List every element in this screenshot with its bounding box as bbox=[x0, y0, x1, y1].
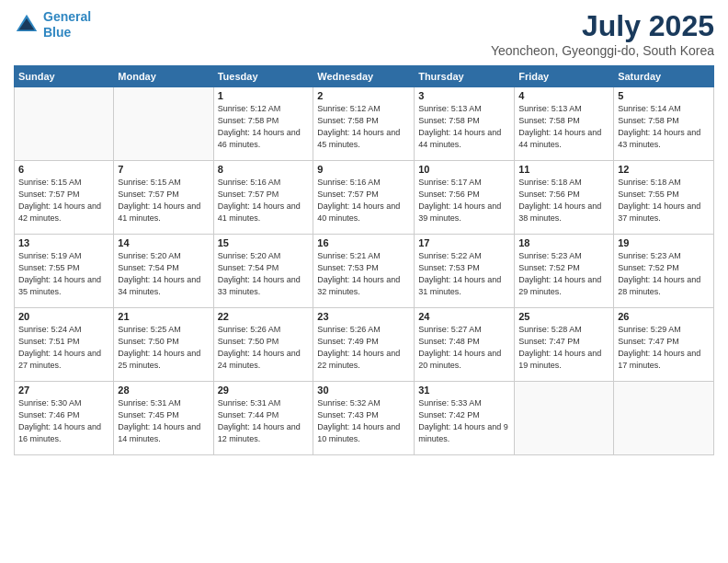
logo-text: General Blue bbox=[43, 9, 91, 40]
day-info: Sunrise: 5:15 AMSunset: 7:57 PMDaylight:… bbox=[18, 177, 109, 224]
day-number: 17 bbox=[418, 237, 510, 248]
logo: General Blue bbox=[14, 9, 91, 40]
day-number: 14 bbox=[118, 237, 209, 248]
day-info: Sunrise: 5:12 AMSunset: 7:58 PMDaylight:… bbox=[317, 103, 410, 151]
calendar-cell: 30Sunrise: 5:32 AMSunset: 7:43 PMDayligh… bbox=[313, 382, 415, 455]
day-info: Sunrise: 5:27 AMSunset: 7:48 PMDaylight:… bbox=[418, 324, 510, 372]
weekday-header: Monday bbox=[114, 66, 213, 87]
day-number: 5 bbox=[618, 90, 710, 101]
calendar: SundayMondayTuesdayWednesdayThursdayFrid… bbox=[14, 65, 714, 455]
day-number: 24 bbox=[418, 311, 510, 322]
day-info: Sunrise: 5:25 AMSunset: 7:50 PMDaylight:… bbox=[118, 324, 209, 372]
day-number: 13 bbox=[18, 237, 109, 248]
subtitle: Yeoncheon, Gyeonggi-do, South Korea bbox=[491, 43, 714, 58]
calendar-cell: 6Sunrise: 5:15 AMSunset: 7:57 PMDaylight… bbox=[15, 161, 114, 235]
day-number: 3 bbox=[418, 90, 510, 101]
calendar-cell: 15Sunrise: 5:20 AMSunset: 7:54 PMDayligh… bbox=[213, 235, 313, 308]
day-number: 6 bbox=[18, 164, 109, 175]
calendar-cell: 14Sunrise: 5:20 AMSunset: 7:54 PMDayligh… bbox=[114, 235, 213, 308]
calendar-cell: 28Sunrise: 5:31 AMSunset: 7:45 PMDayligh… bbox=[114, 382, 213, 455]
calendar-cell: 21Sunrise: 5:25 AMSunset: 7:50 PMDayligh… bbox=[114, 308, 213, 382]
day-number: 7 bbox=[118, 164, 209, 175]
day-number: 10 bbox=[418, 164, 510, 175]
calendar-week-row: 27Sunrise: 5:30 AMSunset: 7:46 PMDayligh… bbox=[15, 382, 714, 455]
calendar-week-row: 20Sunrise: 5:24 AMSunset: 7:51 PMDayligh… bbox=[15, 308, 714, 382]
calendar-cell: 22Sunrise: 5:26 AMSunset: 7:50 PMDayligh… bbox=[213, 308, 313, 382]
day-number: 23 bbox=[317, 311, 410, 322]
day-number: 27 bbox=[18, 385, 109, 396]
day-info: Sunrise: 5:12 AMSunset: 7:58 PMDaylight:… bbox=[218, 103, 310, 151]
header: General Blue July 2025 Yeoncheon, Gyeong… bbox=[14, 9, 714, 58]
calendar-cell: 24Sunrise: 5:27 AMSunset: 7:48 PMDayligh… bbox=[415, 308, 515, 382]
day-number: 21 bbox=[118, 311, 209, 322]
logo-icon bbox=[14, 12, 40, 38]
day-number: 25 bbox=[518, 311, 609, 322]
calendar-cell: 27Sunrise: 5:30 AMSunset: 7:46 PMDayligh… bbox=[15, 382, 114, 455]
calendar-cell: 9Sunrise: 5:16 AMSunset: 7:57 PMDaylight… bbox=[313, 161, 415, 235]
calendar-cell: 10Sunrise: 5:17 AMSunset: 7:56 PMDayligh… bbox=[415, 161, 515, 235]
calendar-cell: 2Sunrise: 5:12 AMSunset: 7:58 PMDaylight… bbox=[313, 87, 415, 161]
day-info: Sunrise: 5:17 AMSunset: 7:56 PMDaylight:… bbox=[418, 177, 510, 224]
day-info: Sunrise: 5:24 AMSunset: 7:51 PMDaylight:… bbox=[18, 324, 109, 372]
calendar-cell: 20Sunrise: 5:24 AMSunset: 7:51 PMDayligh… bbox=[15, 308, 114, 382]
calendar-cell: 23Sunrise: 5:26 AMSunset: 7:49 PMDayligh… bbox=[313, 308, 415, 382]
calendar-cell: 1Sunrise: 5:12 AMSunset: 7:58 PMDaylight… bbox=[213, 87, 313, 161]
calendar-cell: 18Sunrise: 5:23 AMSunset: 7:52 PMDayligh… bbox=[515, 235, 614, 308]
day-info: Sunrise: 5:18 AMSunset: 7:56 PMDaylight:… bbox=[518, 177, 609, 224]
day-info: Sunrise: 5:20 AMSunset: 7:54 PMDaylight:… bbox=[218, 250, 310, 298]
day-number: 2 bbox=[317, 90, 410, 101]
logo-line2: Blue bbox=[43, 25, 71, 40]
weekday-header: Thursday bbox=[415, 66, 515, 87]
page: General Blue July 2025 Yeoncheon, Gyeong… bbox=[0, 0, 728, 563]
day-number: 12 bbox=[618, 164, 710, 175]
day-info: Sunrise: 5:30 AMSunset: 7:46 PMDaylight:… bbox=[18, 397, 109, 445]
calendar-cell: 13Sunrise: 5:19 AMSunset: 7:55 PMDayligh… bbox=[15, 235, 114, 308]
calendar-cell bbox=[614, 382, 714, 455]
calendar-cell: 3Sunrise: 5:13 AMSunset: 7:58 PMDaylight… bbox=[415, 87, 515, 161]
day-info: Sunrise: 5:29 AMSunset: 7:47 PMDaylight:… bbox=[618, 324, 710, 372]
day-number: 20 bbox=[18, 311, 109, 322]
weekday-header: Tuesday bbox=[213, 66, 313, 87]
day-info: Sunrise: 5:26 AMSunset: 7:49 PMDaylight:… bbox=[317, 324, 410, 372]
day-number: 1 bbox=[218, 90, 310, 101]
calendar-cell bbox=[15, 87, 114, 161]
weekday-header: Sunday bbox=[15, 66, 114, 87]
calendar-cell bbox=[114, 87, 213, 161]
day-info: Sunrise: 5:32 AMSunset: 7:43 PMDaylight:… bbox=[317, 397, 410, 445]
day-info: Sunrise: 5:13 AMSunset: 7:58 PMDaylight:… bbox=[518, 103, 609, 151]
day-info: Sunrise: 5:16 AMSunset: 7:57 PMDaylight:… bbox=[317, 177, 410, 224]
day-info: Sunrise: 5:15 AMSunset: 7:57 PMDaylight:… bbox=[118, 177, 209, 224]
day-number: 29 bbox=[218, 385, 310, 396]
day-info: Sunrise: 5:23 AMSunset: 7:52 PMDaylight:… bbox=[618, 250, 710, 298]
day-number: 8 bbox=[218, 164, 310, 175]
calendar-week-row: 6Sunrise: 5:15 AMSunset: 7:57 PMDaylight… bbox=[15, 161, 714, 235]
day-number: 22 bbox=[218, 311, 310, 322]
calendar-cell: 29Sunrise: 5:31 AMSunset: 7:44 PMDayligh… bbox=[213, 382, 313, 455]
calendar-week-row: 13Sunrise: 5:19 AMSunset: 7:55 PMDayligh… bbox=[15, 235, 714, 308]
day-number: 15 bbox=[218, 237, 310, 248]
day-number: 31 bbox=[418, 385, 510, 396]
weekday-header: Friday bbox=[515, 66, 614, 87]
weekday-header-row: SundayMondayTuesdayWednesdayThursdayFrid… bbox=[15, 66, 714, 87]
day-number: 19 bbox=[618, 237, 710, 248]
calendar-cell: 12Sunrise: 5:18 AMSunset: 7:55 PMDayligh… bbox=[614, 161, 714, 235]
day-number: 9 bbox=[317, 164, 410, 175]
weekday-header: Saturday bbox=[614, 66, 714, 87]
calendar-cell: 8Sunrise: 5:16 AMSunset: 7:57 PMDaylight… bbox=[213, 161, 313, 235]
calendar-cell: 26Sunrise: 5:29 AMSunset: 7:47 PMDayligh… bbox=[614, 308, 714, 382]
day-number: 28 bbox=[118, 385, 209, 396]
day-info: Sunrise: 5:21 AMSunset: 7:53 PMDaylight:… bbox=[317, 250, 410, 298]
day-info: Sunrise: 5:23 AMSunset: 7:52 PMDaylight:… bbox=[518, 250, 609, 298]
calendar-week-row: 1Sunrise: 5:12 AMSunset: 7:58 PMDaylight… bbox=[15, 87, 714, 161]
calendar-cell: 17Sunrise: 5:22 AMSunset: 7:53 PMDayligh… bbox=[415, 235, 515, 308]
title-block: July 2025 Yeoncheon, Gyeonggi-do, South … bbox=[491, 9, 714, 58]
logo-line1: General bbox=[43, 9, 91, 24]
day-info: Sunrise: 5:14 AMSunset: 7:58 PMDaylight:… bbox=[618, 103, 710, 151]
calendar-cell: 16Sunrise: 5:21 AMSunset: 7:53 PMDayligh… bbox=[313, 235, 415, 308]
day-info: Sunrise: 5:13 AMSunset: 7:58 PMDaylight:… bbox=[418, 103, 510, 151]
day-info: Sunrise: 5:31 AMSunset: 7:45 PMDaylight:… bbox=[118, 397, 209, 445]
day-info: Sunrise: 5:19 AMSunset: 7:55 PMDaylight:… bbox=[18, 250, 109, 298]
calendar-cell: 11Sunrise: 5:18 AMSunset: 7:56 PMDayligh… bbox=[515, 161, 614, 235]
day-info: Sunrise: 5:20 AMSunset: 7:54 PMDaylight:… bbox=[118, 250, 209, 298]
day-number: 18 bbox=[518, 237, 609, 248]
